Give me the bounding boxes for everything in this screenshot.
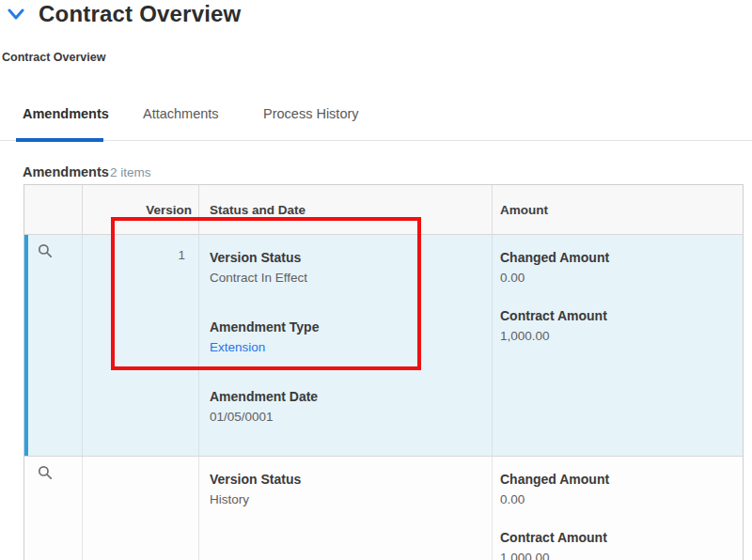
table-row[interactable]: Version Status History Changed Amount 0.…	[24, 457, 743, 560]
amendments-table: Version Status and Date Amount 1 Version…	[24, 184, 744, 560]
tab-amendments[interactable]: Amendments	[23, 106, 109, 121]
tab-process-history[interactable]: Process History	[263, 106, 359, 121]
field-label: Amendment Date	[210, 386, 492, 407]
field-label: Version Status	[210, 469, 492, 490]
section-item-count: 2 items	[110, 165, 151, 179]
tab-divider	[0, 140, 752, 141]
status-date-cell: Version Status History	[199, 457, 493, 560]
header-version: Version	[83, 185, 199, 234]
field-value: 0.00	[500, 268, 743, 288]
active-tab-underline	[16, 138, 103, 142]
row-icon-cell	[24, 235, 83, 456]
amendment-type-link[interactable]: Extension	[210, 340, 265, 354]
field-value: 01/05/0001	[210, 407, 492, 428]
amount-cell: Changed Amount 0.00 Contract Amount 1,00…	[493, 457, 743, 560]
header-status-and-date: Status and Date	[199, 185, 493, 234]
status-date-cell: Version Status Contract In Effect Amendm…	[199, 235, 493, 456]
field-label: Version Status	[210, 247, 492, 268]
page-title: Contract Overview	[39, 1, 241, 27]
field-value: History	[210, 490, 492, 510]
field-label: Contract Amount	[500, 527, 743, 548]
field-group: Amendment Type Extension	[210, 317, 492, 358]
breadcrumb: Contract Overview	[2, 51, 105, 64]
row-icon-cell	[24, 457, 83, 560]
field-group: Contract Amount 1,000.00	[500, 305, 743, 347]
contract-overview-page: Contract Overview Contract Overview Amen…	[0, 0, 752, 560]
field-group: Version Status History	[210, 469, 492, 510]
field-value: 1,000.00	[500, 548, 743, 560]
chevron-down-icon[interactable]	[8, 7, 24, 22]
field-value: 0.00	[500, 490, 743, 510]
version-value: 1	[83, 235, 192, 262]
field-value: Contract In Effect	[210, 268, 492, 288]
tab-attachments[interactable]: Attachments	[143, 106, 219, 121]
field-group: Changed Amount 0.00	[500, 247, 743, 288]
header-icon-column	[24, 185, 83, 234]
field-group: Amendment Date 01/05/0001	[210, 386, 492, 428]
version-value	[83, 457, 192, 470]
field-value: 1,000.00	[500, 326, 743, 347]
amount-cell: Changed Amount 0.00 Contract Amount 1,00…	[493, 235, 743, 456]
version-cell	[83, 457, 199, 560]
version-cell: 1	[83, 235, 199, 456]
field-group: Changed Amount 0.00	[500, 469, 743, 510]
magnifier-icon[interactable]	[37, 243, 54, 260]
field-label: Contract Amount	[500, 305, 743, 326]
field-label: Changed Amount	[500, 247, 743, 268]
field-group: Contract Amount 1,000.00	[500, 527, 743, 560]
field-label: Changed Amount	[500, 469, 743, 490]
field-group: Version Status Contract In Effect	[210, 247, 492, 288]
table-header-row: Version Status and Date Amount	[24, 185, 743, 235]
selected-row-stripe	[24, 235, 28, 456]
section-title: Amendments	[23, 164, 109, 179]
table-row[interactable]: 1 Version Status Contract In Effect Amen…	[24, 235, 743, 457]
header-amount: Amount	[493, 185, 743, 234]
magnifier-icon[interactable]	[37, 465, 54, 482]
field-label: Amendment Type	[210, 317, 492, 337]
